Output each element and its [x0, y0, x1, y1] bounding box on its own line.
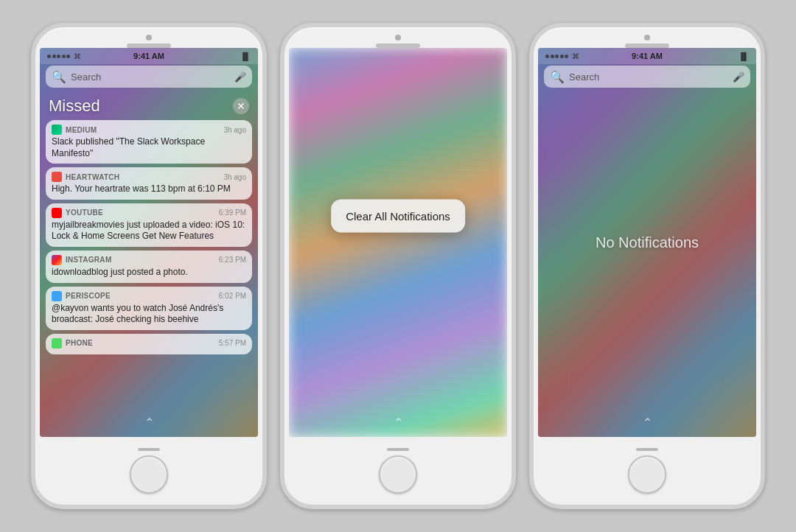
phone-top-middle: [284, 27, 512, 48]
app-name-medium: MEDIUM: [66, 126, 97, 134]
notif-time-phone: 5:57 PM: [219, 339, 246, 347]
search-icon-right: 🔍: [550, 70, 565, 84]
search-bar-right[interactable]: 🔍 Search 🎤: [544, 66, 750, 88]
signal-dot-2: [52, 55, 56, 58]
app-icon-medium: [52, 125, 62, 135]
app-name-heartwatch: HEARTWATCH: [66, 173, 119, 181]
app-icon-instagram: [52, 255, 62, 265]
section-header-left: Missed ✕: [46, 92, 252, 120]
camera-right: [644, 35, 650, 41]
notif-time-instagram: 6:23 PM: [219, 256, 246, 264]
home-indicator-left: [138, 448, 160, 451]
notif-card-heartwatch[interactable]: HEARTWATCH 3h ago High. Your heartrate w…: [46, 167, 252, 200]
notif-card-youtube[interactable]: YOUTUBE 6:39 PM myjailbreakmovies just u…: [46, 203, 252, 247]
app-name-phone: PHONE: [66, 339, 93, 347]
app-icon-periscope: [52, 291, 62, 301]
home-button-middle[interactable]: [379, 455, 417, 494]
status-bar-right: ⌘ 9:41 AM ▐▌: [538, 48, 756, 64]
camera-middle: [395, 35, 401, 41]
home-indicator-right: [636, 448, 658, 451]
status-right-left: ▐▌: [240, 52, 251, 60]
app-icon-heartwatch: [52, 172, 62, 182]
phone-bottom-left: [130, 437, 168, 505]
clear-all-dialog[interactable]: Clear All Notifications: [331, 200, 465, 233]
no-notifications-label: No Notifications: [596, 234, 699, 251]
notif-header-instagram: INSTAGRAM 6:23 PM: [52, 255, 246, 265]
signal-dot-1: [47, 55, 51, 58]
status-left-left: ⌘: [47, 52, 81, 60]
status-left-right: ⌘: [545, 52, 579, 60]
signal-dots-right: [545, 55, 568, 58]
phone-top-right: [534, 27, 761, 48]
home-button-right[interactable]: [628, 455, 666, 494]
notif-time-periscope: 6:02 PM: [219, 292, 246, 300]
app-info-heartwatch: HEARTWATCH: [52, 172, 119, 182]
signal-dot-r2: [551, 55, 554, 58]
notif-header-heartwatch: HEARTWATCH 3h ago: [52, 172, 246, 182]
battery-icon-left: ▐▌: [240, 52, 251, 60]
app-info-periscope: PERISCOPE: [52, 291, 111, 301]
notif-header-medium: MEDIUM 3h ago: [52, 125, 246, 135]
wifi-icon-left: ⌘: [74, 52, 81, 60]
search-bar-left[interactable]: 🔍 Search 🎤: [46, 66, 252, 88]
phone-bottom-middle: [379, 437, 417, 505]
phone-bottom-right: [628, 437, 666, 505]
swipe-indicator-left: ⌃: [144, 416, 154, 430]
speaker-middle: [376, 43, 420, 48]
nc-content-left: Missed ✕ MEDIUM 3h ago Slack published "…: [40, 92, 258, 407]
screen-left: ⌘ 9:41 AM ▐▌ 🔍 Search 🎤 Missed ✕: [40, 48, 258, 437]
notif-card-phone[interactable]: PHONE 5:57 PM: [46, 334, 252, 354]
phone-middle: Clear All Notifications ⌃: [280, 23, 516, 509]
notif-card-medium[interactable]: MEDIUM 3h ago Slack published "The Slack…: [46, 120, 252, 164]
search-placeholder-right: Search: [569, 71, 728, 83]
search-placeholder-left: Search: [71, 71, 230, 83]
clear-section-btn[interactable]: ✕: [233, 98, 249, 114]
notif-header-periscope: PERISCOPE 6:02 PM: [52, 291, 246, 301]
phone-top-left: [35, 27, 262, 48]
screen-middle: Clear All Notifications ⌃: [289, 48, 507, 437]
status-right-right: ▐▌: [739, 52, 749, 60]
notif-time-youtube: 6:39 PM: [219, 209, 246, 217]
home-indicator-middle: [387, 448, 409, 451]
camera-left: [146, 35, 152, 41]
app-name-periscope: PERISCOPE: [66, 292, 111, 300]
app-icon-phone: [52, 338, 62, 349]
app-info-instagram: INSTAGRAM: [52, 255, 112, 265]
search-icon-left: 🔍: [52, 70, 66, 84]
screen-right: ⌘ 9:41 AM ▐▌ 🔍 Search 🎤 No Notifications…: [538, 48, 756, 437]
notif-time-heartwatch: 3h ago: [223, 173, 246, 181]
mic-icon-right: 🎤: [733, 71, 744, 83]
signal-dot-4: [62, 55, 66, 58]
signal-dot-r3: [555, 55, 559, 58]
notif-card-instagram[interactable]: INSTAGRAM 6:23 PM idownloadblog just pos…: [46, 251, 252, 283]
battery-icon-right: ▐▌: [739, 52, 749, 60]
signal-dot-r5: [565, 55, 568, 58]
screen-bg-middle: [289, 48, 507, 437]
phone-left: ⌘ 9:41 AM ▐▌ 🔍 Search 🎤 Missed ✕: [31, 23, 267, 509]
swipe-indicator-right: ⌃: [643, 416, 652, 430]
app-info-medium: MEDIUM: [52, 125, 97, 135]
signal-dot-r1: [545, 55, 549, 58]
wifi-icon-right: ⌘: [572, 52, 579, 60]
signal-dot-3: [57, 55, 60, 58]
signal-dot-5: [66, 55, 70, 58]
signal-dots-left: [47, 55, 70, 58]
signal-dot-r4: [560, 55, 564, 58]
app-name-instagram: INSTAGRAM: [66, 256, 112, 264]
notif-body-instagram: idownloadblog just posted a photo.: [52, 267, 246, 279]
status-bar-left: ⌘ 9:41 AM ▐▌: [40, 48, 258, 64]
app-info-youtube: YOUTUBE: [52, 208, 103, 218]
app-icon-youtube: [52, 208, 62, 218]
notif-time-medium: 3h ago: [223, 126, 246, 134]
notif-header-phone: PHONE 5:57 PM: [52, 338, 246, 349]
mic-icon-left: 🎤: [234, 71, 246, 83]
notif-body-medium: Slack published "The Slack Workspace Man…: [52, 136, 246, 159]
section-title-left: Missed: [49, 97, 100, 116]
status-time-left: 9:41 AM: [133, 52, 164, 60]
phone-right: ⌘ 9:41 AM ▐▌ 🔍 Search 🎤 No Notifications…: [529, 23, 765, 509]
home-button-left[interactable]: [130, 455, 168, 494]
app-name-youtube: YOUTUBE: [66, 209, 103, 217]
notif-card-periscope[interactable]: PERISCOPE 6:02 PM @kayvon wants you to w…: [46, 287, 252, 330]
notif-body-periscope: @kayvon wants you to watch José Andrés's…: [52, 303, 246, 326]
app-info-phone: PHONE: [52, 338, 93, 349]
